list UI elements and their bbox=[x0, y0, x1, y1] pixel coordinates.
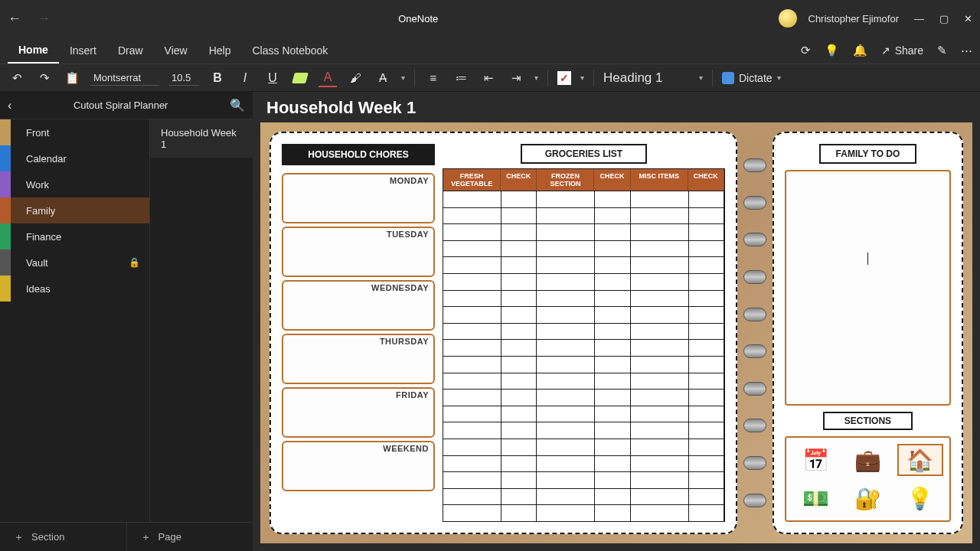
number-list-button[interactable]: ≔ bbox=[452, 69, 470, 87]
nav-vault-icon[interactable]: 🔐 bbox=[844, 482, 890, 514]
table-cell[interactable] bbox=[595, 208, 630, 224]
table-cell[interactable] bbox=[631, 291, 689, 307]
table-cell[interactable] bbox=[595, 472, 630, 488]
table-cell[interactable] bbox=[443, 373, 501, 390]
day-box-friday[interactable]: FRIDAY bbox=[282, 387, 435, 438]
table-cell[interactable] bbox=[689, 291, 724, 307]
table-cell[interactable] bbox=[443, 390, 501, 406]
table-cell[interactable] bbox=[595, 406, 630, 422]
tab-view[interactable]: View bbox=[154, 38, 198, 63]
day-box-monday[interactable]: MONDAY bbox=[282, 173, 435, 223]
table-cell[interactable] bbox=[689, 390, 724, 406]
tab-home[interactable]: Home bbox=[8, 37, 59, 64]
table-cell[interactable] bbox=[537, 257, 595, 273]
search-button[interactable]: 🔍 bbox=[230, 98, 245, 112]
day-box-wednesday[interactable]: WEDNESDAY bbox=[282, 280, 435, 331]
table-cell[interactable] bbox=[443, 505, 501, 521]
redo-button[interactable]: ↷ bbox=[35, 69, 54, 87]
page-title[interactable]: Household Week 1 bbox=[266, 98, 966, 118]
table-cell[interactable] bbox=[537, 208, 595, 224]
table-cell[interactable] bbox=[631, 307, 689, 323]
table-cell[interactable] bbox=[595, 373, 630, 390]
paste-button[interactable]: 📋 bbox=[63, 69, 81, 87]
dictate-button[interactable]: Dictate ▾ bbox=[722, 72, 781, 84]
table-cell[interactable] bbox=[443, 422, 501, 439]
table-cell[interactable] bbox=[501, 357, 537, 373]
bullet-list-button[interactable]: ≡ bbox=[424, 69, 443, 87]
table-cell[interactable] bbox=[443, 439, 501, 455]
section-work[interactable]: Work bbox=[0, 171, 149, 197]
font-name-input[interactable]: Montserrat bbox=[90, 70, 159, 86]
table-row[interactable] bbox=[443, 422, 724, 439]
table-cell[interactable] bbox=[631, 241, 689, 257]
share-button[interactable]: ↗ Share bbox=[881, 44, 923, 57]
table-cell[interactable] bbox=[537, 307, 595, 323]
table-row[interactable] bbox=[443, 488, 724, 505]
table-row[interactable] bbox=[443, 256, 724, 273]
table-cell[interactable] bbox=[689, 472, 724, 488]
table-cell[interactable] bbox=[501, 191, 537, 207]
nav-house-icon[interactable]: 🏠 bbox=[897, 444, 943, 476]
table-cell[interactable] bbox=[537, 324, 595, 340]
table-cell[interactable] bbox=[595, 390, 630, 406]
table-cell[interactable] bbox=[501, 241, 537, 257]
table-cell[interactable] bbox=[537, 291, 595, 307]
table-cell[interactable] bbox=[443, 489, 501, 505]
nav-money-icon[interactable]: 💵 bbox=[792, 482, 838, 514]
table-cell[interactable] bbox=[501, 274, 537, 290]
table-cell[interactable] bbox=[595, 224, 630, 240]
add-section-button[interactable]: ＋Section bbox=[0, 523, 127, 551]
font-size-input[interactable]: 10.5 bbox=[168, 70, 199, 86]
table-cell[interactable] bbox=[631, 390, 689, 406]
table-row[interactable] bbox=[443, 406, 724, 422]
table-cell[interactable] bbox=[537, 439, 595, 455]
table-cell[interactable] bbox=[689, 274, 724, 290]
table-cell[interactable] bbox=[631, 422, 689, 439]
add-page-button[interactable]: ＋Page bbox=[127, 523, 253, 551]
table-row[interactable] bbox=[443, 240, 724, 257]
table-cell[interactable] bbox=[595, 357, 630, 373]
table-cell[interactable] bbox=[443, 357, 501, 373]
planner-canvas[interactable]: HOUSEHOLD CHORES MONDAY TUESDAY WEDNESDA… bbox=[260, 122, 972, 543]
day-box-tuesday[interactable]: TUESDAY bbox=[282, 227, 435, 277]
nav-idea-icon[interactable]: 💡 bbox=[897, 482, 943, 514]
table-cell[interactable] bbox=[631, 324, 689, 340]
table-cell[interactable] bbox=[689, 422, 724, 439]
table-cell[interactable] bbox=[443, 208, 501, 224]
table-cell[interactable] bbox=[595, 257, 630, 273]
table-cell[interactable] bbox=[595, 422, 630, 439]
tag-more-chevron[interactable]: ▾ bbox=[580, 73, 584, 82]
table-cell[interactable] bbox=[501, 373, 537, 390]
table-cell[interactable] bbox=[501, 340, 537, 356]
pen-icon[interactable]: ✎ bbox=[937, 44, 947, 57]
lightbulb-icon[interactable]: 💡 bbox=[825, 44, 839, 57]
tab-insert[interactable]: Insert bbox=[59, 38, 107, 63]
table-cell[interactable] bbox=[689, 373, 724, 390]
table-cell[interactable] bbox=[443, 274, 501, 290]
maximize-button[interactable]: ▢ bbox=[939, 13, 949, 24]
section-calendar[interactable]: Calendar bbox=[0, 145, 149, 171]
table-cell[interactable] bbox=[631, 505, 689, 521]
table-cell[interactable] bbox=[443, 472, 501, 488]
table-cell[interactable] bbox=[537, 422, 595, 439]
indent-button[interactable]: ⇥ bbox=[507, 69, 525, 87]
undo-button[interactable]: ↶ bbox=[8, 69, 26, 87]
table-cell[interactable] bbox=[537, 340, 595, 356]
style-select[interactable]: Heading 1 ▾ bbox=[603, 70, 703, 86]
table-row[interactable] bbox=[443, 323, 724, 340]
table-cell[interactable] bbox=[631, 439, 689, 455]
table-cell[interactable] bbox=[537, 472, 595, 488]
sync-icon[interactable]: ⟳ bbox=[801, 44, 811, 57]
user-avatar[interactable] bbox=[779, 9, 797, 28]
table-cell[interactable] bbox=[689, 406, 724, 422]
day-box-thursday[interactable]: THURSDAY bbox=[282, 334, 435, 384]
table-row[interactable] bbox=[443, 191, 724, 207]
table-cell[interactable] bbox=[689, 241, 724, 257]
table-cell[interactable] bbox=[537, 274, 595, 290]
table-cell[interactable] bbox=[443, 324, 501, 340]
highlight-button[interactable] bbox=[291, 69, 309, 87]
table-row[interactable] bbox=[443, 439, 724, 455]
day-box-weekend[interactable]: WEEKEND bbox=[282, 441, 435, 491]
table-cell[interactable] bbox=[443, 291, 501, 307]
table-cell[interactable] bbox=[595, 489, 630, 505]
